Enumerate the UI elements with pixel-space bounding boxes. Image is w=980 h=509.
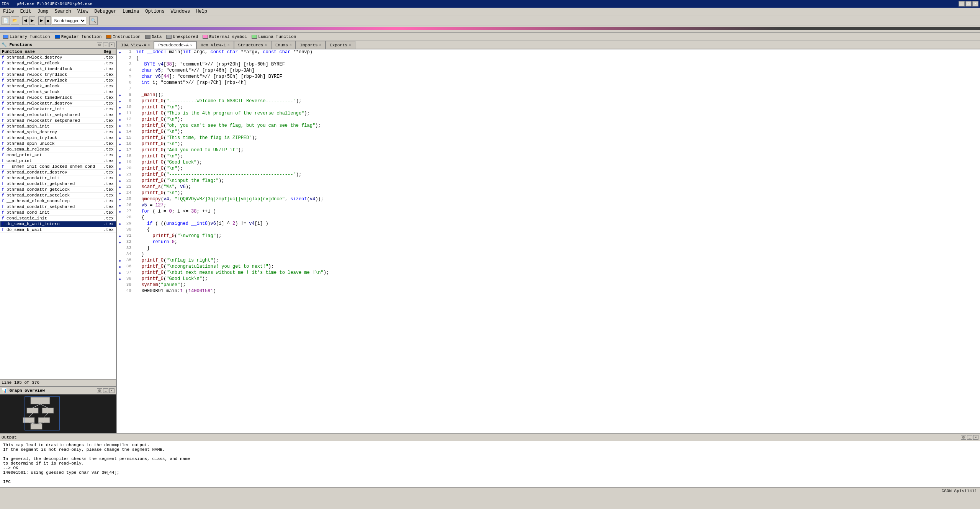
line-breakpoint-dot[interactable] <box>117 68 123 74</box>
tab-enums[interactable]: Enums ✕ <box>271 41 296 49</box>
function-row[interactable]: f pthread_condattr_getclock.tex <box>0 187 116 193</box>
line-breakpoint-dot[interactable]: ● <box>117 154 123 160</box>
maximize-button[interactable]: □ <box>965 1 972 7</box>
code-view[interactable]: ●1int __cdecl main(int argc, const char … <box>117 49 980 433</box>
output-minimize[interactable]: _ <box>967 435 972 440</box>
tab-pseudocode-a[interactable]: Pseudocode-A ✕ <box>154 41 196 49</box>
back-button[interactable]: ◀ <box>22 16 28 25</box>
tab-close-ida-view[interactable]: ✕ <box>148 43 150 47</box>
graph-panel-minimize[interactable]: _ <box>103 388 108 393</box>
line-breakpoint-dot[interactable]: ● <box>117 49 123 56</box>
function-row[interactable]: f pthread_rwlock_unlock.tex <box>0 83 116 89</box>
line-breakpoint-dot[interactable] <box>117 245 123 252</box>
line-breakpoint-dot[interactable] <box>117 227 123 233</box>
functions-panel-close[interactable]: × <box>109 43 115 47</box>
functions-panel-minimize[interactable]: _ <box>103 43 108 47</box>
open-button[interactable]: 📂 <box>11 16 19 25</box>
new-button[interactable]: 📄 <box>2 16 10 25</box>
run-button[interactable]: ▶ <box>38 16 44 25</box>
tab-close-structures[interactable]: ✕ <box>265 43 267 47</box>
col-seg[interactable]: Seg <box>102 49 116 55</box>
function-row[interactable]: f cond_print.tex <box>0 158 116 164</box>
line-breakpoint-dot[interactable]: ● <box>117 123 123 129</box>
tab-structures[interactable]: Structures ✕ <box>234 41 271 49</box>
menu-file[interactable]: File <box>2 8 16 15</box>
function-row[interactable]: f pthread_rwlock_timedrdlock.tex <box>0 66 116 72</box>
function-row[interactable]: f pthread_spin_unlock.tex <box>0 141 116 147</box>
function-row[interactable]: f pthread_condattr_init.tex <box>0 175 116 181</box>
line-breakpoint-dot[interactable]: ● <box>117 98 123 105</box>
col-function-name[interactable]: Function name <box>0 49 102 55</box>
line-breakpoint-dot[interactable]: ● <box>117 258 123 264</box>
line-breakpoint-dot[interactable]: ● <box>117 111 123 117</box>
line-breakpoint-dot[interactable] <box>117 86 123 92</box>
function-row[interactable]: f pthread_spin_init.tex <box>0 124 116 129</box>
line-breakpoint-dot[interactable]: ● <box>117 160 123 166</box>
function-row[interactable]: f cond_print_set.tex <box>0 152 116 158</box>
line-breakpoint-dot[interactable]: ● <box>117 105 123 111</box>
graph-canvas[interactable] <box>0 394 116 433</box>
line-breakpoint-dot[interactable]: ● <box>117 184 123 190</box>
line-breakpoint-dot[interactable] <box>117 252 123 258</box>
output-float[interactable]: ◱ <box>961 435 966 440</box>
line-breakpoint-dot[interactable]: ● <box>117 135 123 141</box>
function-row[interactable]: f pthread_rwlockattr_init.tex <box>0 106 116 112</box>
tab-close-imports[interactable]: ✕ <box>319 43 321 47</box>
function-row[interactable]: f pthread_rwlockattr_destroy.tex <box>0 101 116 106</box>
function-row[interactable]: f pthread_rwlock_tryrdlock.tex <box>0 72 116 78</box>
line-breakpoint-dot[interactable]: ● <box>117 264 123 270</box>
line-breakpoint-dot[interactable] <box>117 80 123 86</box>
function-row[interactable]: f pthread_rwlock_destroy.tex <box>0 55 116 61</box>
menu-search[interactable]: Search <box>53 8 72 15</box>
function-row[interactable]: f __shmem_init_cond_locked_shmem_cond.te… <box>0 164 116 170</box>
function-row[interactable]: f pthread_rwlock_rdlock.tex <box>0 61 116 66</box>
tab-imports[interactable]: Imports ✕ <box>296 41 326 49</box>
menu-help[interactable]: Help <box>195 8 209 15</box>
function-row[interactable]: f do_sema_b_release.tex <box>0 147 116 152</box>
line-breakpoint-dot[interactable] <box>117 62 123 68</box>
function-row[interactable]: f pthread_condattr_destroy.tex <box>0 170 116 175</box>
line-breakpoint-dot[interactable]: ● <box>117 178 123 184</box>
line-breakpoint-dot[interactable]: ● <box>117 141 123 147</box>
menu-options[interactable]: Options <box>144 8 166 15</box>
functions-panel-float[interactable]: ◱ <box>97 43 102 47</box>
function-row[interactable]: f pthread_rwlockattr_setpshared.tex <box>0 112 116 118</box>
tab-close-enums[interactable]: ✕ <box>290 43 291 47</box>
functions-list[interactable]: Function name Seg f pthread_rwlock_destr… <box>0 49 116 379</box>
line-breakpoint-dot[interactable]: ● <box>117 239 123 245</box>
debugger-select[interactable]: No debugger <box>52 17 86 25</box>
function-row[interactable]: f do_sema_b_wait_intern.tex <box>0 221 116 227</box>
line-breakpoint-dot[interactable]: ● <box>117 129 123 135</box>
tab-exports[interactable]: Exports ✕ <box>326 41 355 49</box>
line-breakpoint-dot[interactable]: ● <box>117 209 123 215</box>
function-row[interactable]: f cond_static_init.tex <box>0 216 116 221</box>
menu-edit[interactable]: Edit <box>19 8 33 15</box>
function-row[interactable]: f pthread_rwlock_timedwrlock.tex <box>0 95 116 101</box>
menu-jump[interactable]: Jump <box>36 8 50 15</box>
line-breakpoint-dot[interactable]: ● <box>117 190 123 196</box>
window-controls[interactable]: _ □ × <box>959 1 978 7</box>
tab-close-hex-view[interactable]: ✕ <box>227 43 229 47</box>
line-breakpoint-dot[interactable] <box>117 215 123 221</box>
menu-windows[interactable]: Windows <box>169 8 191 15</box>
function-row[interactable]: f pthread_rwlock_wrlock.tex <box>0 89 116 95</box>
close-button[interactable]: × <box>972 1 978 7</box>
line-breakpoint-dot[interactable]: ● <box>117 276 123 282</box>
function-row[interactable]: f pthread_rwlock_trywrlock.tex <box>0 78 116 83</box>
stop-button[interactable]: ■ <box>45 16 51 25</box>
function-row[interactable]: f pthread_rwlockattr_setpshared.tex <box>0 118 116 124</box>
menu-debugger[interactable]: Debugger <box>93 8 118 15</box>
line-breakpoint-dot[interactable] <box>117 56 123 62</box>
tab-close-exports[interactable]: ✕ <box>349 43 351 47</box>
forward-button[interactable]: ▶ <box>29 16 35 25</box>
function-row[interactable]: f pthread_cond_init.tex <box>0 210 116 216</box>
line-breakpoint-dot[interactable]: ● <box>117 147 123 154</box>
line-breakpoint-dot[interactable]: ● <box>117 92 123 98</box>
menu-view[interactable]: View <box>76 8 90 15</box>
line-breakpoint-dot[interactable]: ● <box>117 270 123 276</box>
tab-ida-view-a[interactable]: IDA View-A ✕ <box>117 41 154 49</box>
line-breakpoint-dot[interactable]: ● <box>117 221 123 227</box>
tab-hex-view[interactable]: Hex View-1 ✕ <box>196 41 234 49</box>
function-row[interactable]: f __pthread_clock_nanosleep.tex <box>0 198 116 204</box>
function-row[interactable]: f pthread_condattr_setclock.tex <box>0 193 116 198</box>
